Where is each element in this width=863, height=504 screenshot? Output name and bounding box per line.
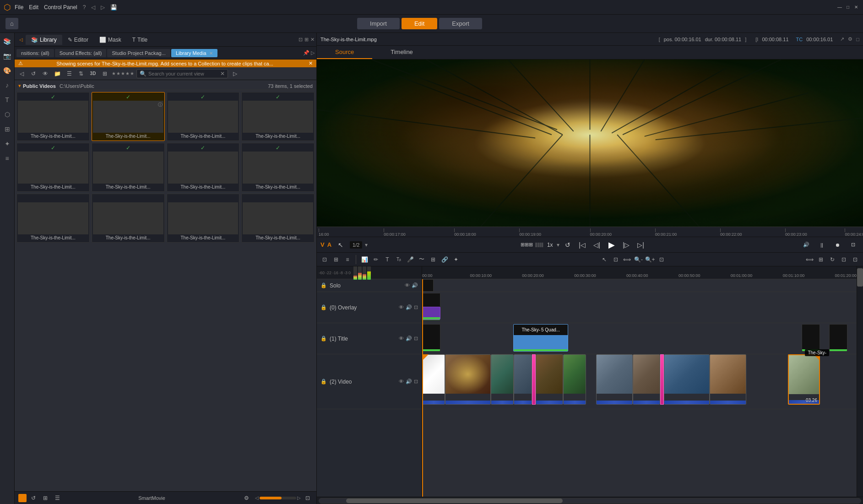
lib-view-grid[interactable]: ⊞: [40, 493, 50, 503]
media-item[interactable]: ✓ The-Sky-is-the-Limit...: [16, 92, 90, 141]
audio-title[interactable]: 🔊: [406, 336, 412, 341]
media-item[interactable]: The-Sky-is-the-Limit...: [167, 194, 240, 243]
menu-control-panel[interactable]: Control Panel: [44, 4, 77, 11]
sidebar-menu-icon[interactable]: ≡: [1, 152, 14, 165]
expand-video[interactable]: ⊡: [414, 379, 418, 385]
timeline-vscroll-thumb[interactable]: [857, 268, 863, 287]
skip-start-btn[interactable]: |◁: [576, 238, 589, 251]
video-clip-10[interactable]: [710, 354, 746, 405]
lib-view-list[interactable]: ☰: [52, 493, 62, 503]
sidebar-transition-icon[interactable]: ⬡: [1, 108, 14, 121]
sidebar-layers-icon[interactable]: ⊞: [1, 123, 14, 135]
media-item[interactable]: The-Sky-is-the-Limit...: [241, 194, 315, 243]
tl-tb-btn-1[interactable]: ⊡: [320, 255, 330, 265]
expand-icon[interactable]: ⊞: [304, 37, 309, 43]
tl-cursor-icon[interactable]: ↖: [599, 255, 609, 265]
step-back-btn[interactable]: ◁|: [591, 238, 603, 251]
refresh-icon[interactable]: ↺: [28, 69, 38, 79]
record-btn[interactable]: ⏺: [831, 238, 844, 251]
expand-overlay[interactable]: ⊡: [414, 304, 418, 310]
loop-btn[interactable]: ⊞⊞⊞: [521, 238, 533, 251]
import-button[interactable]: Import: [357, 18, 400, 29]
tl-tb-btn-3[interactable]: ≡: [342, 255, 353, 265]
tl-textb-icon[interactable]: Tᵦ: [394, 255, 404, 265]
media-item[interactable]: ✓ The-Sky-is-the-Limit...: [92, 143, 165, 192]
counter-dropdown[interactable]: ▾: [365, 242, 368, 248]
tab-timeline[interactable]: Timeline: [372, 46, 431, 59]
nav-left-icon[interactable]: ◁: [16, 35, 26, 44]
tab-library[interactable]: 📚 Library: [26, 35, 62, 45]
eye-solo[interactable]: 👁: [405, 282, 410, 288]
media-item[interactable]: ✓ The-Sky-is-the-Limit...: [167, 92, 240, 141]
timeline-vscroll[interactable]: [857, 266, 863, 497]
timeline-hscroll[interactable]: [319, 498, 861, 504]
lib-btn-1[interactable]: [18, 494, 27, 502]
3d-label[interactable]: 3D: [88, 69, 98, 79]
info-close[interactable]: ✕: [309, 60, 313, 66]
list-icon[interactable]: ☰: [64, 69, 74, 79]
title-clip-3[interactable]: [802, 324, 820, 352]
media-item[interactable]: ✓ The-Sky-is-the-Limit...: [16, 143, 90, 192]
tl-ripple-icon[interactable]: ⟺: [622, 255, 632, 265]
tl-grid-icon[interactable]: ⊞: [428, 255, 438, 265]
loop-toggle-btn[interactable]: ↺: [561, 238, 574, 251]
overlay-clip-2[interactable]: [422, 307, 440, 320]
media-item[interactable]: ✓ The-Sky-is-the-Limit...: [241, 143, 315, 192]
video-clip-7[interactable]: [596, 354, 633, 405]
tab-library-media[interactable]: Library Media ✕: [171, 49, 217, 57]
help-icon[interactable]: ?: [83, 4, 86, 11]
tl-marker-icon[interactable]: ⊡: [657, 255, 667, 265]
video-clip-4[interactable]: [514, 354, 532, 405]
video-clip-3[interactable]: [491, 354, 514, 405]
nav-next-icon[interactable]: ▷: [230, 69, 240, 79]
title-clip-4[interactable]: [829, 324, 847, 352]
tl-pen-icon[interactable]: ✏: [371, 255, 381, 265]
tl-insert-icon[interactable]: ⊞: [816, 255, 826, 265]
lib-btn-2[interactable]: ↺: [28, 493, 38, 503]
title-clip-2[interactable]: The-Sky- 5 Quad...: [513, 324, 568, 352]
timeline-hscroll-thumb[interactable]: [346, 499, 563, 503]
eye-icon[interactable]: 👁: [40, 69, 50, 79]
video-clip-6[interactable]: [563, 354, 586, 405]
video-clip-2[interactable]: [445, 354, 491, 405]
mute-btn[interactable]: ||: [815, 238, 828, 251]
tab-mask[interactable]: ⬜ Mask: [94, 35, 127, 45]
minimize-button[interactable]: —: [836, 4, 843, 11]
tl-tb-btn-2[interactable]: ⊞: [331, 255, 341, 265]
tab-editor[interactable]: ✎ Editor: [62, 35, 94, 45]
solo-clip-1[interactable]: [422, 279, 434, 292]
tl-misc1-icon[interactable]: ⊡: [839, 255, 849, 265]
video-preview[interactable]: [317, 60, 863, 227]
close-button[interactable]: ✕: [853, 4, 859, 11]
sidebar-camera-icon[interactable]: 📷: [1, 49, 14, 62]
tl-misc2-icon[interactable]: ⊡: [850, 255, 860, 265]
title-clip-1[interactable]: [422, 324, 440, 352]
lock-icon-solo[interactable]: 🔒: [320, 282, 327, 288]
fullscreen-btn[interactable]: ⊡: [847, 238, 859, 251]
tl-mic-icon[interactable]: 🎤: [405, 255, 415, 265]
tl-text-icon[interactable]: T: [382, 255, 392, 265]
step-fwd-btn[interactable]: |▷: [620, 238, 633, 251]
media-item[interactable]: The-Sky-is-the-Limit...: [92, 194, 165, 243]
tab-library-media-close[interactable]: ✕: [209, 51, 213, 56]
lock-icon-title[interactable]: 🔒: [320, 336, 327, 341]
audio-overlay[interactable]: 🔊: [406, 304, 412, 310]
sidebar-filter-icon[interactable]: 🎨: [1, 64, 14, 77]
play-btn-main[interactable]: ▶: [605, 238, 618, 251]
speed-dropdown[interactable]: ▾: [557, 242, 559, 248]
media-item[interactable]: ✓ The-Sky-is-the-Limit...: [167, 143, 240, 192]
close-panel-icon[interactable]: ✕: [310, 37, 315, 43]
expand-title[interactable]: ⊡: [414, 336, 418, 341]
tab-sound-effects[interactable]: Sound Effects: (all): [55, 49, 107, 57]
eye-overlay[interactable]: 👁: [399, 304, 404, 310]
lock-icon-video[interactable]: 🔒: [320, 379, 327, 385]
video-clip-end[interactable]: 03.26: [788, 354, 820, 405]
export-button[interactable]: Export: [439, 18, 482, 29]
media-item[interactable]: ✓ The-Sky-is-the-Limit...: [241, 92, 315, 141]
maximize-button[interactable]: □: [845, 4, 851, 11]
sidebar-library-icon[interactable]: 📚: [1, 35, 14, 48]
tl-link-icon[interactable]: 🔗: [440, 255, 450, 265]
lock-icon-overlay[interactable]: 🔒: [320, 304, 327, 310]
nav-prev-icon[interactable]: ◁: [16, 69, 27, 79]
volume-icon[interactable]: 🔊: [800, 238, 813, 251]
